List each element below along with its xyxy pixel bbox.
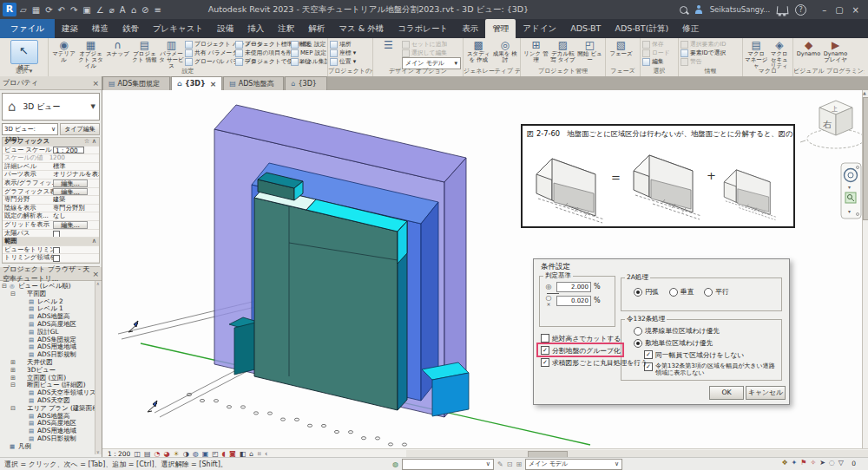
property-row[interactable]: パーツ表示 オリジナルを表示 [3,171,99,180]
cancel-button[interactable]: キャンセル [746,386,786,400]
tree-item[interactable]: ⊞ 立面図 (立面) [2,375,102,382]
expander-icon[interactable]: ⊟ [2,283,10,290]
revit-logo[interactable]: R [3,3,16,16]
radio-site-priority[interactable]: 敷地単位区域わけ優先 [621,336,781,348]
close-view-icon[interactable]: × [210,80,217,88]
qat-icon[interactable]: ▱ [20,5,27,15]
ribbon-button[interactable]: ◎ 成果を 検討 [492,40,519,63]
ribbon-tab[interactable]: アドイン [516,19,563,38]
expander-icon[interactable]: ⊞ [10,375,18,382]
ribbon-tab[interactable]: 構造 [85,19,115,38]
tolerance-field-1[interactable]: 2.000 [556,282,591,292]
tree-item[interactable]: ▤ ADS地盤高 [2,313,102,321]
app-store-cart-icon[interactable] [777,6,789,14]
ribbon-tab[interactable]: ADS-BT [563,19,608,38]
status-icon[interactable]: ⚑ [800,459,806,467]
select-group-label[interactable]: 選択 ▾ [0,67,48,76]
type-selector[interactable]: ⌂ 3D ビュー ▼ [2,93,100,121]
gray-inactive-icon[interactable]: ⊡ [507,460,513,468]
qat-icon[interactable]: ⊘ [141,5,148,15]
workset-select[interactable]: ∨ [402,459,494,470]
radio-option[interactable]: 垂直 [669,287,694,297]
tree-item[interactable]: ▦ 凡例 [2,443,102,451]
ribbon-tab[interactable]: 表示 [455,19,485,38]
qat-icon[interactable]: A [120,5,126,15]
tree-item[interactable]: ▤ ADS日影規制 [2,351,102,359]
expander-icon[interactable]: ⊞ [10,359,18,367]
tree-item[interactable]: ▤ ADS天空図 [2,397,102,405]
user-name[interactable]: SeikatsuSangy... [710,5,770,14]
ribbon-button[interactable]: ▥ パラメータ サービス [158,40,185,69]
tree-item[interactable]: ⊞ 天井伏図 [2,359,102,367]
ribbon-small-button[interactable]: 警告 [681,58,726,66]
qat-icon[interactable]: ⌀ [109,5,115,15]
condition-settings-dialog[interactable]: 条件設定 判定基準 ◎ 2.000 % ○× 0.020 % 2A処理 円弧 [533,258,790,405]
ribbon-button[interactable]: ▤ プロジェクト 情報 [131,40,158,69]
tree-item[interactable]: ▤ ADS高度地区 [2,420,102,428]
navigation-bar[interactable]: ▾ ▾ [841,163,861,219]
ribbon-small-button[interactable]: 編集 [642,58,670,66]
ribbon-button[interactable]: ▤ マクロ マネージャ [745,40,768,69]
tree-item[interactable]: ▤ ADS集団規定 [2,336,102,344]
ribbon-small-button[interactable]: 未使用の項目を削除 [235,49,291,57]
tree-item[interactable]: ▤ ADS地盤高 [2,413,102,421]
ribbon-small-button[interactable]: MEP 設定 ▾ [291,49,328,57]
editable-only-icon[interactable]: ✎ [497,460,503,468]
design-option-select[interactable]: メイン モデル∨ [525,459,622,470]
phases-button[interactable]: ▧ フェーズ [608,40,635,57]
close-panel-icon[interactable]: × [92,79,99,88]
ribbon-button[interactable]: ◆ Dynamo [795,40,822,57]
ribbon-small-button[interactable]: ロード [642,49,670,57]
property-row[interactable]: グラフィックス ☆ ∧ [3,138,99,147]
ribbon-small-button[interactable]: プロジェクトで使う単位 [235,58,291,66]
view-tab[interactable]: ⌂ {3D} × [171,76,222,90]
qat-icon[interactable]: ▦ [32,5,40,15]
status-icon[interactable]: ✧ [810,459,816,467]
property-row[interactable]: 太陽パス [3,230,99,238]
design-options-button[interactable]: ☰ [375,40,402,51]
property-row[interactable]: 既定の解析表... なし [3,212,99,221]
ribbon-small-button[interactable]: セットに追加 [402,41,461,49]
qat-icon[interactable]: ⌂ [131,5,136,15]
ribbon-small-button[interactable]: 保存 [642,41,670,49]
ribbon-button[interactable]: ∩ スナップ [104,40,131,69]
tab-file[interactable]: ファイル [0,19,55,38]
radio-boundary-priority[interactable]: 境界線単位区域わけ優先 [621,323,781,336]
status-icon[interactable]: ❖ [781,459,787,467]
tolerance-field-2[interactable]: 0.020 [556,296,591,306]
qat-icon[interactable]: ↶ [58,5,65,15]
property-row[interactable]: トリミング領域を... [3,254,99,263]
status-icon[interactable]: ◌ [829,459,835,467]
ribbon-tab[interactable]: 管理 [485,19,516,38]
view-cube[interactable]: 上 右 [800,101,862,148]
expander-icon[interactable]: ⊟ [10,382,18,389]
ribbon-small-button[interactable]: 位置 ▾ [330,58,356,66]
ribbon-button[interactable]: ⊞ リンク 管理 [523,40,549,63]
ribbon-button[interactable]: ▶ Dynamo プレイヤ [822,40,849,63]
view-tab[interactable]: ▤ ADS集団規定 [102,76,170,90]
instance-selector[interactable]: 3D ビュー: {3D}∨ [2,123,58,135]
qat-icon[interactable]: ≡ [154,5,161,15]
property-row[interactable]: 範囲 ∧ [3,238,99,246]
property-row[interactable]: グリッドを表示 編集... [3,221,99,230]
radio-option[interactable]: 平行 [704,287,729,297]
expander-icon[interactable]: ⊞ [10,367,18,375]
ribbon-button[interactable]: ▦ オブジェクト スタイル [77,40,104,69]
minimize-button[interactable]: – [822,5,826,15]
ribbon-tab[interactable]: 挿入 [240,19,271,38]
expander-icon[interactable]: ⊟ [10,405,18,413]
ribbon-small-button[interactable]: 選択して編集 [402,49,461,57]
ok-button[interactable]: OK [709,386,744,400]
ribbon-tab[interactable]: プレキャスト [146,19,210,38]
property-row[interactable]: 表示/グラフィッ... 編集... [3,180,99,188]
checkbox-rounding[interactable]: ✓ 求積図形ごとに丸目処理を行う [541,358,648,368]
browser-scrollbar[interactable] [95,281,102,454]
tree-item[interactable]: ⊟ 平面図 [2,290,102,298]
status-icon[interactable]: ▽ [838,459,844,467]
tree-item[interactable]: ⊟ 断面ビュー (詳細図) [2,382,102,389]
edit-type-button[interactable]: タイプ編集 [60,123,100,135]
tree-item[interactable]: ⊟ ◎ ビュー (レベル順) [2,283,102,290]
tree-item[interactable]: ▤ ADS日影規制 [2,435,102,443]
ribbon-button[interactable]: ◉ マテリアル [50,40,77,69]
close-panel-icon[interactable]: × [92,270,99,278]
